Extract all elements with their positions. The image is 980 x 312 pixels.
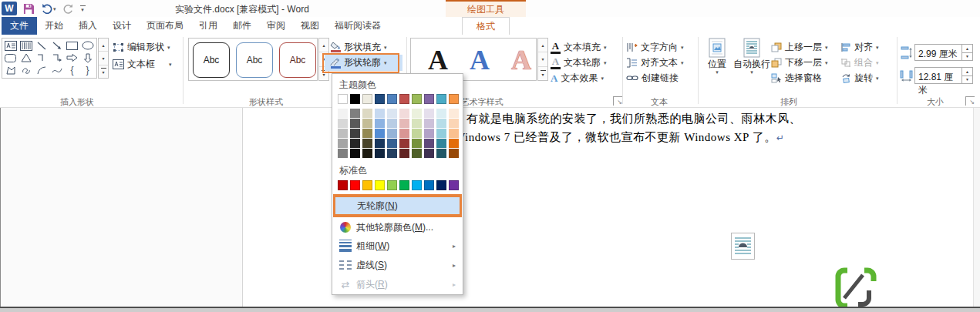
shape-arc-icon[interactable] [34,64,49,76]
color-swatch[interactable] [362,139,372,148]
color-swatch[interactable] [449,94,459,104]
color-swatch[interactable] [399,109,409,118]
color-swatch[interactable] [399,129,409,138]
tab-insert[interactable]: 插入 [71,17,105,35]
tab-format[interactable]: 格式 [462,17,510,35]
tab-home[interactable]: 开始 [37,17,71,35]
shape-right-brace-icon[interactable]: } [80,64,95,76]
size-dialog-launcher[interactable]: ↘ [965,96,975,106]
color-swatch[interactable] [338,180,348,190]
color-swatch[interactable] [399,139,409,148]
color-swatch[interactable] [449,109,459,118]
height-spinner-down-button[interactable]: ▼ [962,53,972,61]
shape-outline-button[interactable]: 形状轮廓 ▾ [325,55,402,71]
tab-view[interactable]: 视图 [293,17,327,35]
color-swatch[interactable] [362,119,372,128]
color-swatch[interactable] [436,94,446,104]
gallery-scroll-up-button[interactable]: ▴ [538,39,547,52]
width-spinner-down-button[interactable]: ▼ [962,76,972,84]
shape-rectangle-icon[interactable] [65,39,79,52]
tab-page-layout[interactable]: 页面布局 [139,17,191,35]
color-swatch[interactable] [338,129,348,138]
color-swatch[interactable] [436,180,446,190]
shape-elbow-connector-icon[interactable] [34,52,49,64]
color-swatch[interactable] [362,109,372,118]
gallery-scroll-up-button[interactable]: ▴ [99,39,108,52]
color-swatch[interactable] [449,180,459,190]
color-swatch[interactable] [399,149,409,158]
color-swatch[interactable] [424,119,434,128]
vertical-scrollbar[interactable] [973,108,980,307]
shape-width-input[interactable]: 12.81 厘米 ▲ ▼ [914,67,973,84]
color-swatch[interactable] [350,129,360,138]
color-swatch[interactable] [436,149,446,158]
color-swatch[interactable] [387,109,397,118]
align-button[interactable]: 对齐 ▾ [840,40,879,54]
color-swatch[interactable] [399,119,409,128]
color-swatch[interactable] [449,139,459,148]
save-button[interactable] [23,2,35,15]
color-swatch[interactable] [338,119,348,128]
shape-height-input[interactable]: 2.99 厘米 ▲ ▼ [914,44,973,61]
send-backward-button[interactable]: 下移一层 ▾ [771,55,828,69]
shape-line-icon[interactable] [34,39,49,52]
color-swatch[interactable] [362,129,372,138]
color-swatch[interactable] [424,129,434,138]
color-swatch[interactable] [412,149,422,158]
shape-rounded-rectangle-icon[interactable] [3,52,18,64]
text-outline-button[interactable]: A 文本轮廓 ▾ [551,55,607,69]
shape-style-thumb[interactable]: Abc [236,42,273,78]
color-swatch[interactable] [350,94,360,104]
color-swatch[interactable] [436,139,446,148]
color-swatch[interactable] [424,109,434,118]
shape-triangle-icon[interactable] [19,52,33,64]
color-swatch[interactable] [449,129,459,138]
gallery-scroll-down-button[interactable]: ▾ [99,52,108,65]
shape-height-value[interactable]: 2.99 厘米 [915,45,961,60]
wordart-thumb[interactable]: A [511,41,531,79]
color-swatch[interactable] [338,109,348,118]
color-swatch[interactable] [436,109,446,118]
color-swatch[interactable] [424,149,434,158]
tab-mailings[interactable]: 邮件 [225,17,259,35]
menu-item-more-outline-colors[interactable]: 其他轮廓颜色(M)... ▸ [335,219,460,236]
undo-button[interactable]: ▾ [41,2,56,15]
tab-review[interactable]: 审阅 [259,17,293,35]
edit-shape-button[interactable]: 编辑形状 ▾ [113,40,170,54]
shape-arrow-icon[interactable] [49,39,64,52]
tab-file[interactable]: 文件 [2,17,37,35]
tab-references[interactable]: 引用 [191,17,225,35]
color-swatch[interactable] [436,129,446,138]
color-swatch[interactable] [362,149,372,158]
color-swatch[interactable] [449,149,459,158]
text-effects-button[interactable]: A 文本效果 ▾ [551,71,604,85]
color-swatch[interactable] [424,139,434,148]
shape-width-value[interactable]: 12.81 厘米 [915,68,961,83]
color-swatch[interactable] [338,139,348,148]
text-box-button[interactable]: 文本框 ▾ [113,57,172,71]
position-button[interactable]: 位置 ▾ [702,38,732,86]
color-swatch[interactable] [412,180,422,190]
color-swatch[interactable] [350,109,360,118]
shape-scribble-icon[interactable] [19,64,33,76]
menu-item-dashes[interactable]: 虚线(S) ▸ [335,257,460,273]
color-swatch[interactable] [362,94,372,104]
wrap-text-button[interactable]: 自动换行 ▾ [733,38,770,86]
color-swatch[interactable] [387,149,397,158]
shape-oval-icon[interactable] [80,39,95,52]
gallery-more-button[interactable]: ▾ [538,67,547,80]
color-swatch[interactable] [375,180,385,190]
menu-item-weight[interactable]: 粗细(W) ▸ [335,237,460,254]
color-swatch[interactable] [338,94,348,104]
color-swatch[interactable] [412,119,422,128]
create-link-button[interactable]: 创建链接 [626,71,679,85]
menu-item-no-outline[interactable]: 无轮廓(N) ▸ [334,196,461,216]
menu-item-arrows[interactable]: ⇄ 箭头(R) ▸ [335,276,460,293]
shape-left-brace-icon[interactable]: { [65,64,79,76]
color-swatch[interactable] [399,94,409,104]
selection-pane-button[interactable]: 选择窗格 [771,71,822,85]
rotate-button[interactable]: 旋转 ▾ [840,71,879,85]
shape-fill-button[interactable]: 形状填充 ▾ [330,40,387,54]
color-swatch[interactable] [375,119,385,128]
height-spinner-up-button[interactable]: ▲ [962,45,972,53]
